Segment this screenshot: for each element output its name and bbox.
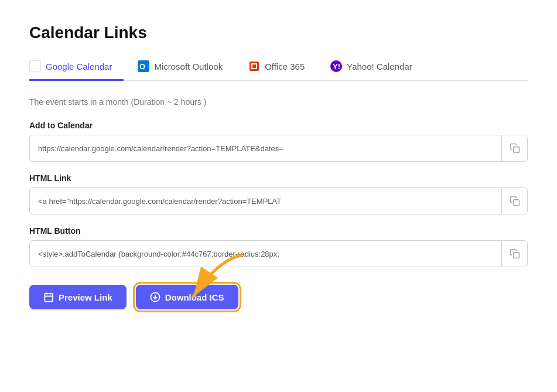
office365-icon xyxy=(248,60,260,72)
tab-outlook[interactable]: O Microsoft Outlook xyxy=(138,54,234,81)
tab-outlook-label: Microsoft Outlook xyxy=(154,62,223,71)
page-title: Calendar Links xyxy=(29,23,528,42)
add-to-calendar-copy-button[interactable] xyxy=(501,135,527,161)
add-to-calendar-input[interactable] xyxy=(30,138,501,159)
preview-link-button[interactable]: Preview Link xyxy=(29,285,127,309)
svg-rect-7 xyxy=(513,147,519,153)
preview-link-label: Preview Link xyxy=(59,292,112,302)
calendar-icon xyxy=(43,292,54,302)
tab-google-label: Google Calendar xyxy=(46,62,112,71)
add-to-calendar-label: Add to Calendar xyxy=(29,121,528,130)
svg-rect-10 xyxy=(45,294,53,302)
html-button-group: HTML Button xyxy=(29,226,528,267)
html-link-group: HTML Link xyxy=(29,173,528,214)
html-link-label: HTML Link xyxy=(29,173,528,183)
tab-office365-label: Office 365 xyxy=(265,62,305,71)
svg-rect-8 xyxy=(513,200,519,206)
tab-office365[interactable]: Office 365 xyxy=(248,54,316,81)
tab-yahoo-label: Yahoo! Calendar xyxy=(347,62,412,71)
html-link-input[interactable] xyxy=(30,191,501,212)
yahoo-calendar-icon: Y! xyxy=(330,60,342,72)
download-ics-button[interactable]: Download ICS xyxy=(136,285,238,309)
download-icon xyxy=(150,292,160,302)
svg-text:O: O xyxy=(139,62,145,71)
event-info: The event starts in a month (Duration ~ … xyxy=(29,97,528,107)
tab-google[interactable]: Google Calendar xyxy=(29,54,124,81)
svg-rect-9 xyxy=(513,253,519,258)
action-buttons-row: Preview Link Download ICS xyxy=(29,285,528,309)
microsoft-outlook-icon: O xyxy=(138,60,149,72)
html-link-field-row xyxy=(29,188,528,214)
download-ics-label: Download ICS xyxy=(165,292,224,302)
svg-text:Y!: Y! xyxy=(333,62,340,71)
tab-yahoo[interactable]: Y! Yahoo! Calendar xyxy=(330,54,423,81)
svg-rect-4 xyxy=(252,64,256,68)
html-button-input[interactable] xyxy=(30,244,501,264)
html-button-label: HTML Button xyxy=(29,226,528,236)
tabs-container: Google Calendar O Microsoft Outlook Offi… xyxy=(29,54,528,81)
add-to-calendar-field-row xyxy=(29,135,528,162)
google-calendar-icon xyxy=(29,60,41,72)
html-button-copy-button[interactable] xyxy=(501,241,527,267)
html-button-field-row xyxy=(29,240,528,267)
html-link-copy-button[interactable] xyxy=(501,188,527,214)
add-to-calendar-group: Add to Calendar xyxy=(29,121,528,162)
